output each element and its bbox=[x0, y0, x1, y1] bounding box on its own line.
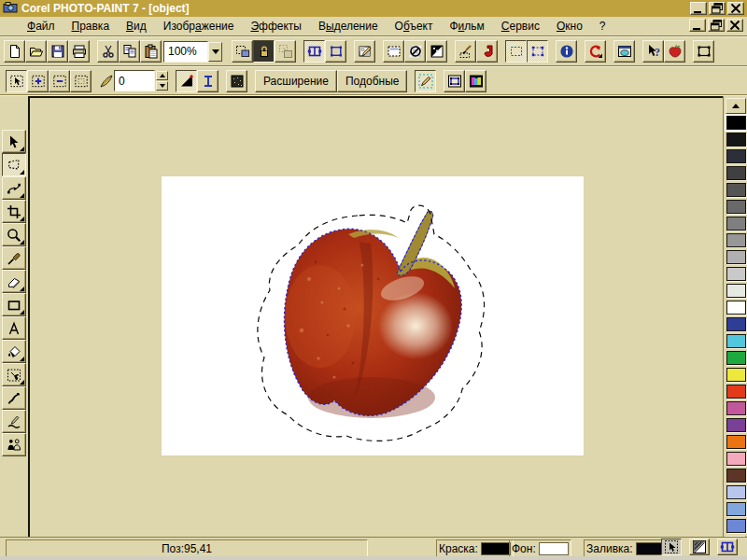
palette-swatch-1[interactable] bbox=[726, 116, 746, 130]
palette-swatch-23[interactable] bbox=[726, 485, 746, 499]
text-tool-button[interactable] bbox=[2, 316, 26, 340]
feather-width-spinner[interactable]: 0 bbox=[114, 71, 168, 91]
print-button[interactable] bbox=[68, 40, 90, 63]
texture-button[interactable] bbox=[226, 70, 247, 92]
invert-mask-button[interactable] bbox=[426, 40, 447, 63]
palette-swatch-11[interactable] bbox=[726, 284, 746, 298]
similar-button[interactable]: Подобные bbox=[337, 70, 408, 92]
brush-mask-button[interactable] bbox=[455, 40, 476, 63]
doc-restore-button[interactable] bbox=[708, 19, 725, 32]
palette-swatch-19[interactable] bbox=[726, 418, 746, 432]
eraser-button[interactable] bbox=[2, 270, 26, 293]
mask-stroke-button[interactable] bbox=[476, 40, 498, 63]
crop-button[interactable] bbox=[2, 200, 26, 223]
palette-swatch-14[interactable] bbox=[726, 334, 746, 348]
palette-swatch-16[interactable] bbox=[726, 368, 746, 382]
palette-swatch-7[interactable] bbox=[726, 217, 746, 231]
palette-scroll-up-button[interactable] bbox=[726, 98, 746, 114]
marquee-handles-button[interactable] bbox=[527, 40, 548, 63]
threshold-button[interactable] bbox=[176, 70, 197, 92]
doc-minimize-button[interactable] bbox=[689, 19, 706, 32]
paint-tool-button[interactable] bbox=[2, 386, 26, 410]
palette-swatch-17[interactable] bbox=[726, 385, 746, 399]
object-boxes-button[interactable] bbox=[303, 40, 325, 63]
menu-8[interactable]: Фильм bbox=[441, 18, 492, 35]
paint-color-swatch[interactable] bbox=[481, 542, 511, 555]
palette-swatch-5[interactable] bbox=[726, 183, 746, 197]
paste-button[interactable] bbox=[140, 40, 162, 63]
cut-button[interactable] bbox=[97, 40, 119, 63]
status-mask-button[interactable] bbox=[689, 539, 710, 555]
palette-swatch-6[interactable] bbox=[726, 200, 746, 214]
menu-6[interactable]: Выделение bbox=[310, 18, 387, 35]
palette-swatch-25[interactable] bbox=[726, 519, 746, 533]
spin-up-icon[interactable] bbox=[156, 71, 168, 80]
menu-11[interactable]: ? bbox=[591, 18, 614, 35]
menu-2[interactable]: Правка bbox=[63, 18, 119, 35]
palette-swatch-21[interactable] bbox=[726, 452, 746, 466]
lock-button[interactable] bbox=[253, 40, 275, 63]
new-button[interactable] bbox=[4, 40, 25, 63]
zoom-tool-button[interactable] bbox=[2, 223, 26, 246]
eyedropper-button[interactable] bbox=[2, 246, 26, 270]
maximize-workspace-button[interactable] bbox=[693, 40, 714, 63]
spin-down-icon[interactable] bbox=[156, 81, 168, 91]
paper-color-swatch[interactable] bbox=[539, 542, 569, 555]
save-button[interactable] bbox=[47, 40, 68, 63]
app-minimize-button[interactable] bbox=[690, 2, 707, 15]
edit-checkbox-button[interactable] bbox=[354, 40, 375, 63]
mask-rect-tool-button[interactable] bbox=[2, 153, 26, 176]
rect-shape-button[interactable] bbox=[2, 293, 26, 316]
app-close-button[interactable] bbox=[727, 2, 744, 15]
mask-object-button[interactable] bbox=[232, 40, 253, 63]
context-help-button[interactable]: ? bbox=[642, 40, 664, 63]
antialias-button[interactable] bbox=[197, 70, 218, 92]
menu-1[interactable]: Файл bbox=[19, 18, 63, 35]
palette-swatch-9[interactable] bbox=[726, 250, 746, 264]
apple-button[interactable] bbox=[664, 40, 685, 63]
image-canvas[interactable] bbox=[162, 176, 584, 455]
rollup-button[interactable] bbox=[613, 40, 635, 63]
palette-swatch-24[interactable] bbox=[726, 502, 746, 516]
app-restore-button[interactable] bbox=[709, 2, 726, 15]
mode-xor-button[interactable] bbox=[70, 70, 92, 92]
palette-swatch-8[interactable] bbox=[726, 233, 746, 247]
palette-swatch-10[interactable] bbox=[726, 267, 746, 281]
palette-swatch-18[interactable] bbox=[726, 401, 746, 415]
copy-button[interactable] bbox=[119, 40, 140, 63]
menu-10[interactable]: Окно bbox=[548, 18, 591, 35]
fill-tool-button[interactable] bbox=[2, 340, 26, 363]
palette-swatch-4[interactable] bbox=[726, 166, 746, 180]
clone-tool-button[interactable] bbox=[2, 433, 26, 456]
zoom-level-combo[interactable]: 100% bbox=[163, 42, 222, 62]
palette-swatch-2[interactable] bbox=[726, 133, 746, 147]
palette-swatch-15[interactable] bbox=[726, 351, 746, 365]
interactive-fill-button[interactable] bbox=[2, 363, 26, 386]
info-button[interactable] bbox=[556, 40, 577, 63]
menu-7[interactable]: Объект bbox=[387, 18, 442, 35]
mode-add-button[interactable] bbox=[27, 70, 49, 92]
marquee-normal-button[interactable] bbox=[505, 40, 527, 63]
object-picker-button[interactable] bbox=[2, 130, 26, 153]
menu-4[interactable]: Изображение bbox=[155, 18, 243, 35]
marquee-visible-button[interactable] bbox=[444, 70, 465, 92]
menu-9[interactable]: Сервис bbox=[493, 18, 548, 35]
doc-close-button[interactable] bbox=[726, 19, 743, 32]
object-outline-button[interactable] bbox=[325, 40, 346, 63]
zoom-level-value[interactable]: 100% bbox=[163, 41, 208, 63]
move-object-button[interactable] bbox=[275, 40, 296, 63]
feather-width-value[interactable]: 0 bbox=[114, 70, 155, 91]
grow-button[interactable]: Расширение bbox=[255, 70, 337, 92]
menu-5[interactable]: Эффекты bbox=[242, 18, 310, 35]
status-objects-button[interactable] bbox=[717, 539, 738, 555]
marquee-rect-button[interactable] bbox=[383, 40, 404, 63]
open-button[interactable] bbox=[25, 40, 47, 63]
palette-swatch-12[interactable] bbox=[726, 301, 746, 315]
status-picker-button[interactable] bbox=[661, 539, 682, 555]
palette-swatch-20[interactable] bbox=[726, 435, 746, 449]
paint-mask-button[interactable] bbox=[415, 70, 436, 92]
menu-3[interactable]: Вид bbox=[118, 18, 155, 35]
path-node-button[interactable] bbox=[2, 176, 26, 200]
refresh-button[interactable] bbox=[585, 40, 606, 63]
mode-sub-button[interactable] bbox=[49, 70, 70, 92]
